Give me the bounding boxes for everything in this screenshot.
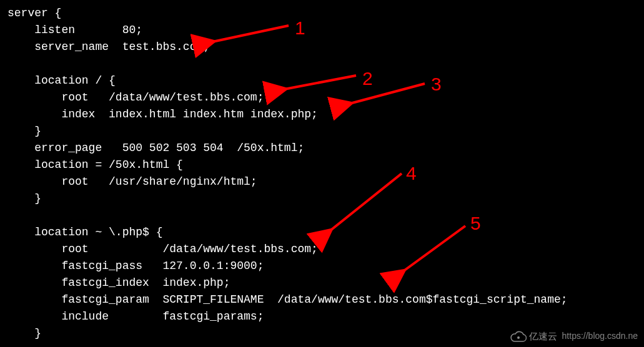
code-line: fastcgi_pass 127.0.0.1:9000; bbox=[7, 260, 264, 272]
code-line: location / { bbox=[7, 74, 116, 87]
code-line: location ~ \.php$ { bbox=[7, 226, 162, 238]
code-line: } bbox=[7, 192, 41, 205]
code-line: listen 80; bbox=[7, 24, 142, 36]
svg-point-6 bbox=[517, 336, 520, 339]
watermark-url: https://blog.csdn.ne bbox=[562, 330, 638, 343]
code-line: server_name test.bbs.com; bbox=[7, 41, 210, 53]
code-block: server { listen 80; server_name test.bbs… bbox=[7, 5, 637, 347]
code-line: fastcgi_index index.php; bbox=[7, 276, 230, 289]
code-line: fastcgi_param SCRIPT_FILENAME /data/www/… bbox=[7, 293, 568, 306]
code-line: include fastcgi_params; bbox=[7, 310, 264, 323]
code-line: root /usr/share/nginx/html; bbox=[7, 175, 257, 188]
code-line: index index.html index.htm index.php; bbox=[7, 108, 318, 120]
watermark-brand: 亿速云 bbox=[529, 330, 557, 344]
code-line: root /data/www/test.bbs.com; bbox=[7, 91, 264, 104]
watermark: 亿速云 https://blog.csdn.ne bbox=[510, 330, 638, 344]
code-line: } bbox=[7, 125, 41, 137]
watermark-logo: 亿速云 bbox=[510, 330, 557, 344]
code-line: } bbox=[7, 327, 41, 340]
code-line: server { bbox=[7, 7, 61, 19]
code-line: root /data/www/test.bbs.com; bbox=[7, 243, 318, 255]
cloud-icon bbox=[510, 331, 527, 342]
code-line: error_page 500 502 503 504 /50x.html; bbox=[7, 142, 304, 154]
code-line: location = /50x.html { bbox=[7, 159, 183, 171]
